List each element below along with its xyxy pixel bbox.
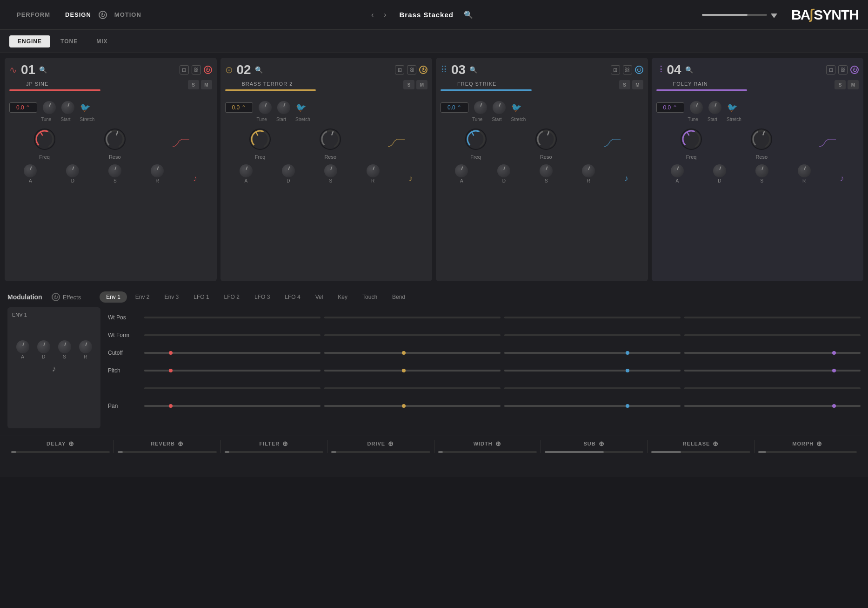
adsr-d-1[interactable]: D (66, 164, 79, 183)
engine-power-4[interactable]: ⏻ (850, 66, 859, 74)
freq-knob-1[interactable]: Freq (32, 127, 57, 160)
adsr-d-3[interactable]: D (497, 164, 510, 183)
adsr-s-1[interactable]: S (108, 164, 121, 183)
engine-chain-4[interactable]: ⛓ (838, 65, 848, 74)
volume-slider[interactable] (702, 14, 767, 16)
fx-plus-2[interactable]: ⊕ (282, 440, 288, 447)
adsr-a-2[interactable]: A (240, 164, 253, 183)
fx-plus-0[interactable]: ⊕ (68, 440, 74, 447)
mute-btn-3[interactable]: M (632, 80, 643, 89)
slot-track-5-1[interactable] (324, 405, 501, 407)
mute-btn-1[interactable]: M (201, 80, 212, 89)
adsr-r-2[interactable]: R (367, 164, 380, 183)
start-knob-3[interactable] (474, 101, 487, 114)
slot-track-0-0[interactable] (144, 317, 320, 318)
mute-btn-2[interactable]: M (416, 80, 427, 89)
adsr-r-1[interactable]: R (151, 164, 164, 183)
slot-track-4-2[interactable] (504, 387, 681, 389)
adsr-s-3[interactable]: S (540, 164, 553, 183)
adsr-d-4[interactable]: D (713, 164, 726, 183)
tune-val-3[interactable]: 0.0 ⌃ (441, 102, 468, 113)
engine-power-1[interactable]: ⏻ (204, 66, 212, 74)
slot-track-4-1[interactable] (324, 387, 501, 389)
solo-btn-4[interactable]: S (835, 80, 846, 89)
engine-power-2[interactable]: ⏻ (419, 66, 427, 74)
fx-plus-7[interactable]: ⊕ (816, 440, 822, 447)
solo-btn-3[interactable]: S (619, 80, 630, 89)
fx-plus-3[interactable]: ⊕ (388, 440, 394, 447)
slot-track-2-2[interactable] (504, 352, 681, 354)
slot-track-0-1[interactable] (324, 317, 501, 318)
freq-knob-2[interactable]: Freq (247, 127, 273, 160)
mod-tab-bend[interactable]: Bend (386, 291, 412, 303)
fx-plus-4[interactable]: ⊕ (495, 440, 501, 447)
slot-dot-5-0[interactable] (169, 404, 173, 408)
adsr-a-4[interactable]: A (671, 164, 684, 183)
start-knob-4[interactable] (690, 101, 703, 114)
slot-track-3-0[interactable] (144, 370, 320, 372)
fx-slider-4[interactable] (438, 451, 537, 453)
slot-track-2-0[interactable] (144, 352, 320, 354)
fx-slider-3[interactable] (331, 451, 430, 453)
mute-btn-4[interactable]: M (848, 80, 859, 89)
slot-track-2-1[interactable] (324, 352, 501, 354)
mod-tab-env-2[interactable]: Env 2 (129, 291, 156, 303)
tune-val-4[interactable]: 0.0 ⌃ (656, 102, 684, 113)
fx-slider-6[interactable] (651, 451, 750, 453)
mod-tab-key[interactable]: Key (331, 291, 354, 303)
engine-tab[interactable]: ENGINE (9, 35, 50, 47)
fx-plus-1[interactable]: ⊕ (178, 440, 184, 447)
env-d-knob[interactable]: D (37, 340, 50, 359)
solo-btn-1[interactable]: S (188, 80, 199, 89)
engine-search-1[interactable]: 🔍 (39, 66, 47, 74)
slot-dot-2-1[interactable] (402, 351, 406, 355)
reso-knob-4[interactable]: Reso (749, 127, 774, 160)
slot-track-5-2[interactable] (504, 405, 681, 407)
fx-slider-1[interactable] (118, 451, 216, 453)
tune-val-2[interactable]: 0.0 ⌃ (225, 102, 253, 113)
slot-track-2-3[interactable] (684, 352, 861, 354)
adsr-r-3[interactable]: R (582, 164, 595, 183)
tone-tab[interactable]: TONE (52, 35, 86, 47)
adsr-a-3[interactable]: A (455, 164, 468, 183)
nav-design[interactable]: DESIGN (58, 11, 99, 18)
engine-chain-2[interactable]: ⛓ (407, 65, 416, 74)
start-knob-1[interactable] (43, 101, 56, 114)
solo-btn-2[interactable]: S (403, 80, 414, 89)
fx-slider-2[interactable] (225, 451, 323, 453)
slot-track-1-3[interactable] (684, 334, 861, 336)
next-arrow[interactable]: › (381, 9, 389, 21)
effects-power[interactable]: ⏻ (52, 293, 60, 301)
freq-knob-3[interactable]: Freq (463, 127, 488, 160)
nav-motion[interactable]: MOTION (107, 11, 149, 18)
slot-track-4-0[interactable] (144, 387, 320, 389)
slot-dot-3-1[interactable] (402, 369, 406, 372)
mod-tab-lfo-3[interactable]: LFO 3 (248, 291, 276, 303)
slot-track-1-0[interactable] (144, 334, 320, 336)
slot-track-1-1[interactable] (324, 334, 501, 336)
slot-dot-5-2[interactable] (626, 404, 629, 408)
mod-tab-lfo-4[interactable]: LFO 4 (278, 291, 307, 303)
slot-track-3-1[interactable] (324, 370, 501, 372)
env-s-knob[interactable]: S (58, 340, 71, 359)
power-button[interactable]: ⏻ (99, 11, 107, 19)
adsr-r-4[interactable]: R (798, 164, 811, 183)
slot-dot-2-0[interactable] (169, 351, 173, 355)
stretch-knob-1[interactable] (61, 101, 74, 114)
engine-power-3[interactable]: ⏻ (635, 66, 643, 74)
slot-track-5-3[interactable] (684, 405, 861, 407)
adsr-a-1[interactable]: A (24, 164, 37, 183)
slot-dot-5-3[interactable] (832, 404, 836, 408)
stretch-knob-4[interactable] (708, 101, 721, 114)
mix-tab[interactable]: MIX (88, 35, 116, 47)
fx-slider-7[interactable] (758, 451, 857, 453)
slot-track-3-2[interactable] (504, 370, 681, 372)
env-a-knob[interactable]: A (16, 340, 29, 359)
slot-track-3-3[interactable] (684, 370, 861, 372)
engine-search-2[interactable]: 🔍 (255, 66, 263, 74)
fx-slider-0[interactable] (11, 451, 110, 453)
search-icon[interactable]: 🔍 (464, 10, 473, 19)
tune-val-1[interactable]: 0.0 ⌃ (9, 102, 37, 113)
mod-tab-vel[interactable]: Vel (309, 291, 330, 303)
engine-link-4[interactable]: ⊞ (826, 65, 835, 74)
